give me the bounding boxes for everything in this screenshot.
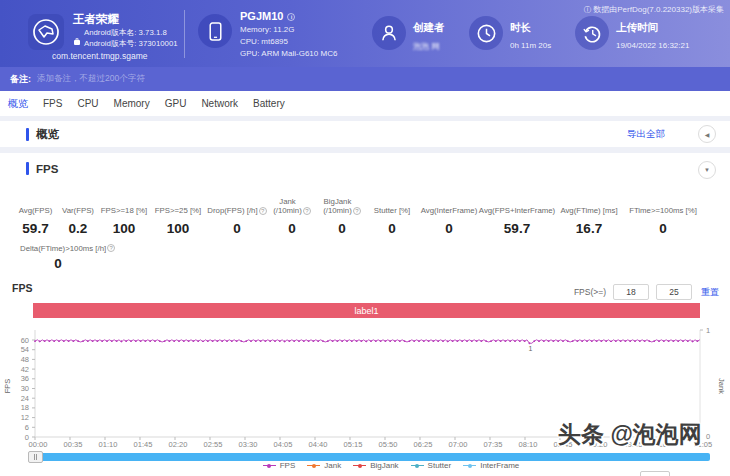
svg-text:12: 12 bbox=[21, 413, 29, 422]
svg-text:42: 42 bbox=[21, 365, 29, 374]
tab-概览[interactable]: 概览 bbox=[8, 97, 28, 111]
stat-5: Jank (/10min)?0 bbox=[267, 193, 317, 236]
game-package: com.tencent.tmgp.sgame bbox=[52, 51, 147, 61]
tab-memory[interactable]: Memory bbox=[114, 98, 150, 109]
android-icon bbox=[73, 32, 81, 50]
watermark: 头条 @泡泡网 bbox=[558, 419, 702, 450]
stat-9: Avg(FPS+InterFrame)59.7 bbox=[481, 193, 553, 236]
stat-3: FPS>=25 [%]100 bbox=[149, 193, 207, 236]
fps-section-title: FPS bbox=[26, 162, 58, 175]
game-name: 王者荣耀 bbox=[73, 12, 119, 27]
svg-text:01:10: 01:10 bbox=[99, 440, 118, 449]
tab-network[interactable]: Network bbox=[201, 98, 238, 109]
svg-text:05:50: 05:50 bbox=[379, 440, 398, 449]
svg-text:54: 54 bbox=[21, 345, 29, 354]
info-icon: ⓘ bbox=[584, 5, 594, 14]
svg-text:02:55: 02:55 bbox=[204, 440, 223, 449]
svg-text:04:40: 04:40 bbox=[309, 440, 328, 449]
game-version-name: Android版本名: 3.73.1.8 bbox=[84, 28, 178, 39]
device-model: PGJM10 i bbox=[240, 10, 337, 22]
legend-interframe[interactable]: InterFrame bbox=[463, 461, 519, 470]
fps-threshold-high-input[interactable] bbox=[656, 284, 692, 300]
legend-bigjank[interactable]: BigJank bbox=[353, 461, 398, 470]
device-gpu: GPU: ARM Mali-G610 MC6 bbox=[240, 49, 337, 58]
cutoff-input-box[interactable] bbox=[640, 471, 670, 476]
delta-stat: Delta(FTime)>100ms [/h]? 0 bbox=[20, 244, 115, 271]
svg-text:00:00: 00:00 bbox=[29, 440, 48, 449]
stat-8: Avg(InterFrame)0 bbox=[417, 193, 481, 236]
collapse-down-button[interactable]: ▼ bbox=[698, 161, 716, 179]
export-all-link[interactable]: 导出全部 bbox=[627, 128, 665, 141]
stat-4: Drop(FPS) [/h]?0 bbox=[207, 193, 267, 236]
device-info-icon[interactable]: i bbox=[287, 13, 295, 21]
device-icon bbox=[198, 14, 232, 48]
svg-text:02:20: 02:20 bbox=[169, 440, 188, 449]
svg-text:06:25: 06:25 bbox=[414, 440, 433, 449]
tab-fps[interactable]: FPS bbox=[43, 98, 62, 109]
creator-name: 泡泡 网 bbox=[413, 41, 445, 52]
remark-label: 备注: bbox=[10, 73, 31, 86]
label1-band[interactable]: label1 bbox=[33, 303, 700, 318]
chart-legend: FPSJankBigJankStutterInterFrame bbox=[26, 461, 730, 470]
device-cpu: CPU: mt6895 bbox=[240, 37, 337, 46]
game-version-code: Android版本号: 373010001 bbox=[84, 39, 178, 50]
svg-text:08:10: 08:10 bbox=[519, 440, 538, 449]
svg-text:24: 24 bbox=[21, 394, 29, 403]
tab-gpu[interactable]: GPU bbox=[165, 98, 187, 109]
svg-text:36: 36 bbox=[21, 374, 29, 383]
svg-text:00:35: 00:35 bbox=[64, 440, 83, 449]
stat-0: Avg(FPS)59.7 bbox=[14, 193, 57, 236]
svg-text:60: 60 bbox=[21, 336, 29, 345]
delta-value: 0 bbox=[20, 256, 96, 271]
stat-1: Var(FPS)0.2 bbox=[57, 193, 99, 236]
duration-label: 时长 bbox=[510, 21, 551, 35]
upload-time-icon bbox=[575, 16, 609, 50]
fps-chart-label: FPS bbox=[12, 282, 32, 294]
tab-cpu[interactable]: CPU bbox=[77, 98, 98, 109]
remark-placeholder: 添加备注，不超过200个字符 bbox=[37, 73, 145, 85]
game-app-icon bbox=[28, 14, 64, 50]
stat-10: Avg(FTime) [ms]16.7 bbox=[553, 193, 625, 236]
chart-scrollbar[interactable] bbox=[33, 453, 710, 461]
tab-bar: 概览FPSCPUMemoryGPUNetworkBattery bbox=[0, 91, 730, 116]
game-version-info: Android版本名: 3.73.1.8 Android版本号: 3730100… bbox=[84, 28, 178, 49]
fps-threshold-controls: FPS(>=) 重置 bbox=[574, 284, 719, 300]
svg-text:30: 30 bbox=[21, 384, 29, 393]
svg-text:07:00: 07:00 bbox=[449, 440, 468, 449]
legend-jank[interactable]: Jank bbox=[307, 461, 341, 470]
remark-bar[interactable]: 备注: 添加备注，不超过200个字符 bbox=[0, 67, 730, 91]
section-accent-bar bbox=[26, 162, 29, 175]
upload-time-label: 上传时间 bbox=[616, 21, 689, 35]
legend-fps[interactable]: FPS bbox=[263, 461, 296, 470]
svg-text:01:45: 01:45 bbox=[134, 440, 153, 449]
overview-title: 概览 bbox=[26, 127, 59, 142]
svg-text:48: 48 bbox=[21, 355, 29, 364]
upload-time-value: 19/04/2022 16:32:21 bbox=[616, 41, 689, 50]
delta-info-icon[interactable]: ? bbox=[107, 244, 115, 252]
collector-note: ⓘ 数据由PerfDog(7.0.220332)版本采集 bbox=[584, 4, 724, 15]
stat-6: BigJank (/10min)?0 bbox=[317, 193, 367, 236]
svg-text:05:15: 05:15 bbox=[344, 440, 363, 449]
stat-7: Stutter [%]0 bbox=[367, 193, 417, 236]
creator-label: 创建者 bbox=[413, 21, 445, 35]
fps-stats-row: Avg(FPS)59.7Var(FPS)0.2FPS>=18 [%]100FPS… bbox=[14, 193, 701, 236]
legend-stutter[interactable]: Stutter bbox=[411, 461, 452, 470]
collapse-left-button[interactable]: ◀ bbox=[698, 125, 716, 143]
svg-text:6: 6 bbox=[25, 423, 29, 432]
svg-text:1: 1 bbox=[528, 345, 532, 352]
duration-value: 0h 11m 20s bbox=[510, 41, 551, 50]
fps-threshold-low-input[interactable] bbox=[613, 284, 649, 300]
stat-2: FPS>=18 [%]100 bbox=[99, 193, 149, 236]
header-divider bbox=[184, 10, 185, 58]
svg-text:18: 18 bbox=[21, 403, 29, 412]
svg-text:07:35: 07:35 bbox=[484, 440, 503, 449]
svg-text:FPS: FPS bbox=[3, 379, 12, 394]
creator-icon bbox=[372, 16, 406, 50]
tab-battery[interactable]: Battery bbox=[253, 98, 285, 109]
fps-threshold-label: FPS(>=) bbox=[574, 287, 606, 297]
duration-icon bbox=[469, 16, 503, 50]
stat-11: FTime>=100ms [%]0 bbox=[625, 193, 701, 236]
svg-text:Jank: Jank bbox=[717, 378, 726, 394]
svg-text:04:05: 04:05 bbox=[274, 440, 293, 449]
reset-link[interactable]: 重置 bbox=[701, 286, 719, 299]
